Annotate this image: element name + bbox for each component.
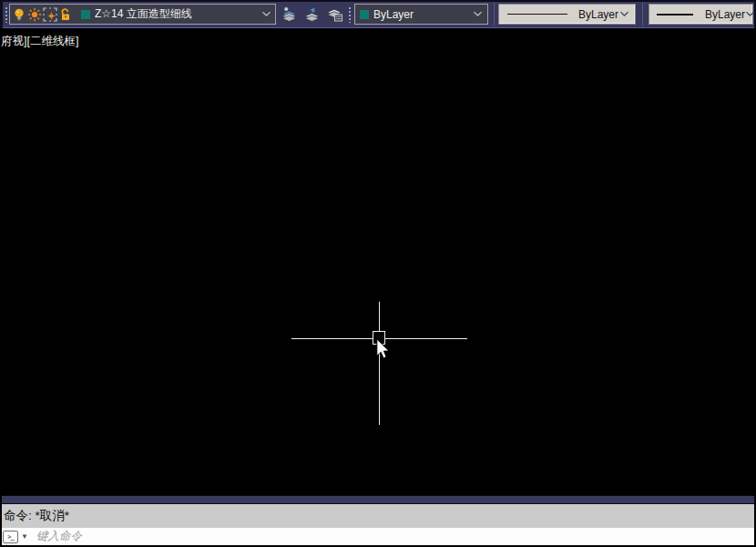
toolbar-grip-handle[interactable] bbox=[4, 5, 8, 23]
mouse-arrow-cursor bbox=[376, 338, 390, 359]
command-input-placeholder[interactable]: 键入命令 bbox=[36, 529, 82, 544]
object-color-combo[interactable]: ByLayer bbox=[354, 4, 488, 25]
toolbar-separator bbox=[493, 3, 495, 26]
command-window-splitter[interactable] bbox=[0, 495, 756, 504]
command-prompt-icon[interactable]: >_ bbox=[3, 531, 18, 543]
command-history-area: 命令: *取消* bbox=[0, 504, 756, 528]
layer-states-icon bbox=[326, 6, 343, 22]
linetype-sample-line bbox=[507, 14, 567, 15]
color-swatch bbox=[360, 10, 369, 19]
toolbar-grip-handle[interactable] bbox=[347, 5, 352, 23]
lineweight-combo[interactable]: ByLayer bbox=[649, 4, 753, 25]
drawing-canvas[interactable]: 府视][二维线框] bbox=[0, 28, 756, 495]
layer-unlock-icon bbox=[58, 7, 73, 22]
viewport-freeze-icon bbox=[43, 7, 57, 22]
lineweight-sample-line bbox=[657, 14, 693, 15]
layer-previous-button[interactable] bbox=[301, 4, 322, 25]
linetype-combo[interactable]: ByLayer bbox=[498, 4, 636, 25]
toolbar-top-edge bbox=[0, 0, 756, 2]
chevron-down-icon[interactable] bbox=[745, 11, 755, 17]
make-object-layer-current-icon bbox=[281, 6, 298, 22]
color-combo-value: ByLayer bbox=[373, 8, 473, 21]
window-frame-left bbox=[0, 495, 2, 547]
chevron-down-icon[interactable] bbox=[261, 11, 271, 17]
lineweight-combo-value: ByLayer bbox=[705, 8, 745, 21]
layer-color-swatch bbox=[81, 10, 90, 19]
cad-application-window: Z☆14 立面造型细线 bbox=[0, 0, 756, 547]
layers-properties-toolbar: Z☆14 立面造型细线 bbox=[0, 0, 756, 28]
layer-on-lightbulb-icon bbox=[12, 7, 26, 22]
make-object-layer-current-button[interactable] bbox=[279, 4, 300, 25]
toolbar-left-edge bbox=[0, 0, 3, 28]
crosshair-line-right bbox=[385, 338, 467, 339]
layer-thaw-sun-icon bbox=[27, 7, 42, 22]
layer-previous-icon bbox=[303, 6, 321, 22]
layer-states-button[interactable] bbox=[324, 4, 345, 25]
command-input-row[interactable]: >_ ▼ 键入命令 bbox=[0, 528, 756, 545]
command-history-line: 命令: *取消* bbox=[4, 509, 69, 522]
toolbar-separator bbox=[641, 3, 643, 26]
chevron-down-icon[interactable] bbox=[473, 11, 483, 17]
layer-combo-value: Z☆14 立面造型细线 bbox=[95, 6, 261, 22]
chevron-down-icon[interactable] bbox=[619, 11, 629, 17]
viewport-control-label[interactable]: 府视][二维线框] bbox=[1, 34, 78, 49]
layer-combo[interactable]: Z☆14 立面造型细线 bbox=[9, 4, 276, 25]
linetype-combo-value: ByLayer bbox=[578, 8, 618, 21]
crosshair-line-left bbox=[291, 338, 373, 339]
crosshair-line-top bbox=[379, 302, 380, 331]
recent-commands-dropdown-icon[interactable]: ▼ bbox=[21, 533, 28, 541]
